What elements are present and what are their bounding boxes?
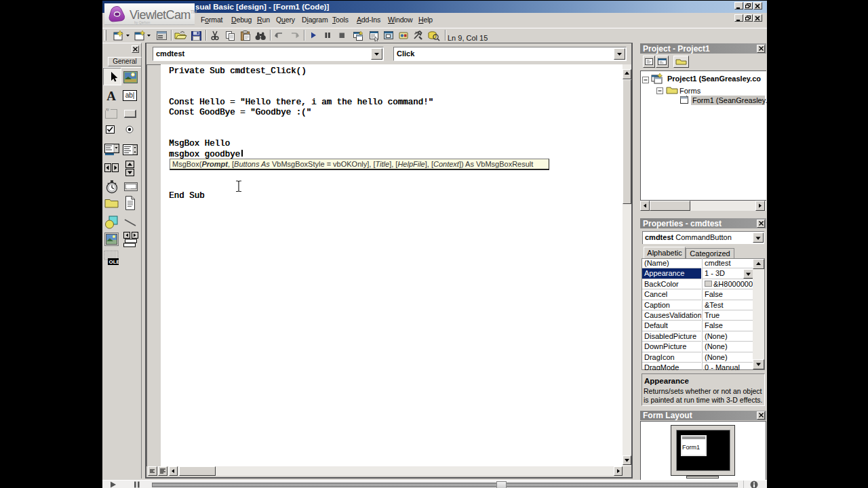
svg-text:xy: xy	[106, 108, 109, 111]
svg-text:OLE: OLE	[109, 259, 119, 265]
